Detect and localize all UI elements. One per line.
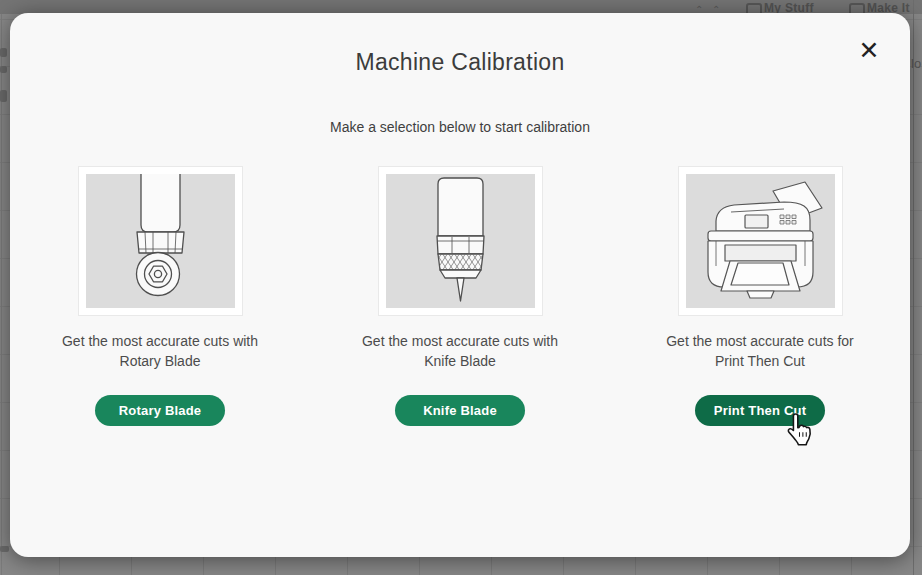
knife-blade-image-card [378,166,543,316]
description-line: Get the most accurate cuts for [666,331,854,351]
toolbar-fragment [0,546,9,552]
canvas-edge-line [913,0,914,575]
rotary-blade-illustration [86,174,235,308]
rotary-blade-button[interactable]: Rotary Blade [95,395,225,426]
option-rotary-blade: Get the most accurate cuts with Rotary B… [10,166,310,426]
dimmed-canvas-background: ⌃ ⌃ My Stuff Make It lo ✕ Machine Calibr… [0,0,922,575]
description-line: Knife Blade [362,351,558,371]
printer-image [686,174,835,308]
toolbar-fragment [0,90,7,102]
dialog-title: Machine Calibration [10,49,910,76]
description-line: Get the most accurate cuts with [62,331,258,351]
option-description: Get the most accurate cuts with Rotary B… [62,331,258,371]
option-print-then-cut: Get the most accurate cuts for Print The… [610,166,910,426]
option-description: Get the most accurate cuts with Knife Bl… [362,331,558,371]
rotary-blade-image-card [78,166,243,316]
description-line: Rotary Blade [62,351,258,371]
print-then-cut-button[interactable]: Print Then Cut [695,395,825,426]
description-line: Print Then Cut [666,351,854,371]
knife-blade-illustration [386,174,535,308]
dialog-subtitle: Make a selection below to start calibrat… [10,119,910,135]
description-line: Get the most accurate cuts with [362,331,558,351]
calibration-options-row: Get the most accurate cuts with Rotary B… [10,166,910,426]
machine-calibration-dialog: ✕ Machine Calibration Make a selection b… [10,13,910,557]
knife-blade-image [386,174,535,308]
clipped-background-text: lo [911,56,921,71]
option-description: Get the most accurate cuts for Print The… [666,331,854,371]
toolbar-fragment [0,66,7,73]
app-header-partial: ⌃ ⌃ My Stuff Make It [0,0,922,14]
rotary-blade-image [86,174,235,308]
printer-illustration [686,174,835,308]
knife-blade-button[interactable]: Knife Blade [395,395,525,426]
toolbar-fragment [0,48,7,57]
printer-image-card [678,166,843,316]
option-knife-blade: Get the most accurate cuts with Knife Bl… [310,166,610,426]
